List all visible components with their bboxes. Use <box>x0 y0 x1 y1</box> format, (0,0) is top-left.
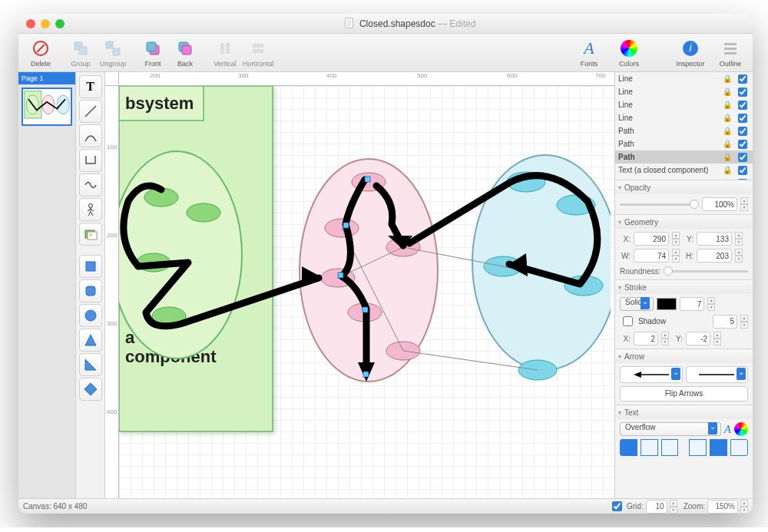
valign-top-button[interactable] <box>689 439 707 456</box>
shadow-x-stepper[interactable]: ▲▼ <box>661 332 669 345</box>
geom-x-field[interactable]: 290 <box>634 232 669 246</box>
lock-icon[interactable]: 🔒 <box>723 74 732 83</box>
send-back-button[interactable]: Back <box>170 38 200 68</box>
text-tool[interactable]: T <box>79 75 102 98</box>
grid-checkbox[interactable] <box>612 501 622 511</box>
shadow-amount-stepper[interactable]: ▲▼ <box>740 315 748 329</box>
layer-visible-checkbox[interactable] <box>738 88 747 97</box>
grid-field[interactable]: 10 <box>646 500 667 514</box>
page-thumbnail[interactable] <box>22 88 72 126</box>
layer-visible-checkbox[interactable] <box>738 127 747 136</box>
opacity-stepper[interactable]: ▲▼ <box>740 197 748 211</box>
stroke-color-swatch[interactable] <box>657 298 677 310</box>
lock-icon[interactable]: 🔒 <box>723 153 732 161</box>
section-geometry-header[interactable]: Geometry <box>615 215 753 229</box>
geom-y-stepper[interactable]: ▲▼ <box>735 232 743 246</box>
stroke-width-stepper[interactable]: ▲▼ <box>707 297 715 311</box>
valign-bottom-button[interactable] <box>730 439 748 456</box>
drawing-canvas[interactable]: bsystem a closed component <box>119 86 614 498</box>
lock-icon[interactable]: 🔒 <box>723 140 732 148</box>
lock-icon[interactable]: 🔒 <box>723 114 732 122</box>
arrow-end-select[interactable] <box>686 366 749 383</box>
layer-list[interactable]: Line🔒Line🔒Line🔒Line🔒Path🔒Path🔒Path🔒Text … <box>615 72 753 180</box>
line-tool[interactable] <box>79 100 102 123</box>
ungroup-button[interactable]: Ungroup <box>98 38 127 68</box>
section-arrow-header[interactable]: Arrow <box>615 349 753 363</box>
shadow-x-field[interactable]: 2 <box>634 332 658 345</box>
grid-stepper[interactable]: ▲▼ <box>670 500 677 514</box>
flip-horizontal-button[interactable]: Horizontal <box>243 38 274 68</box>
inspector-button[interactable]: i Inspector <box>676 38 705 68</box>
stickfigure-tool[interactable] <box>79 198 102 221</box>
page-header[interactable]: Page 1 <box>18 72 75 84</box>
bring-front-button[interactable]: Front <box>138 38 167 68</box>
geom-w-stepper[interactable]: ▲▼ <box>672 249 680 263</box>
stroke-style-select[interactable]: Solid <box>620 297 654 311</box>
arrow-start-select[interactable] <box>620 366 683 383</box>
zoom-stepper[interactable]: ▲▼ <box>740 500 748 514</box>
angle-tool[interactable] <box>79 149 102 172</box>
curve-tool[interactable] <box>79 124 102 147</box>
layer-visible-checkbox[interactable] <box>738 114 747 123</box>
section-opacity-header[interactable]: Opacity <box>615 180 753 194</box>
lock-icon[interactable]: 🔒 <box>723 127 732 135</box>
section-stroke-header[interactable]: Stroke <box>615 280 753 294</box>
layer-visible-checkbox[interactable] <box>738 140 747 149</box>
fonts-button[interactable]: A Fonts <box>574 38 604 68</box>
align-left-button[interactable] <box>620 439 637 456</box>
layer-row[interactable]: Path🔒 <box>615 124 753 137</box>
layer-visible-checkbox[interactable] <box>738 74 747 84</box>
geom-w-field[interactable]: 74 <box>634 249 669 263</box>
layer-row[interactable]: Line🔒 <box>615 98 753 111</box>
align-right-button[interactable] <box>661 439 679 456</box>
layer-visible-checkbox[interactable] <box>738 166 747 175</box>
roundness-slider[interactable] <box>664 266 748 276</box>
geom-h-stepper[interactable]: ▲▼ <box>735 249 743 263</box>
lock-icon[interactable]: 🔒 <box>723 88 732 96</box>
text-overflow-select[interactable]: Overflow <box>620 422 721 436</box>
section-text-header[interactable]: Text <box>615 405 753 419</box>
geom-h-field[interactable]: 203 <box>697 249 732 263</box>
shadow-y-field[interactable]: -2 <box>686 332 710 345</box>
valign-middle-button[interactable] <box>710 439 727 456</box>
flip-arrows-button[interactable]: Flip Arrows <box>620 386 748 401</box>
flip-vertical-button[interactable]: Vertical <box>210 38 240 68</box>
layer-row[interactable]: Line🔒 <box>615 85 753 98</box>
circle-shape[interactable] <box>79 304 102 327</box>
zoom-field[interactable]: 150% <box>707 500 738 514</box>
layer-visible-checkbox[interactable] <box>738 101 747 110</box>
opacity-value[interactable]: 100% <box>702 197 737 211</box>
layer-row[interactable]: Text (a closed component)🔒 <box>615 164 753 177</box>
geom-y-field[interactable]: 133 <box>697 232 732 246</box>
text-color-icon[interactable] <box>734 422 748 436</box>
square-shape[interactable] <box>79 255 102 278</box>
lock-icon[interactable]: 🔒 <box>723 166 732 174</box>
layer-row[interactable]: Line🔒 <box>615 72 753 85</box>
layer-row[interactable]: Path🔒 <box>615 137 753 150</box>
stroke-width-field[interactable]: 7 <box>680 297 704 311</box>
outline-button[interactable]: Outline <box>716 38 745 68</box>
minimize-window-button[interactable] <box>41 19 50 28</box>
shadow-y-stepper[interactable]: ▲▼ <box>713 332 721 345</box>
image-tool[interactable] <box>79 223 102 246</box>
close-window-button[interactable] <box>26 19 35 28</box>
layer-visible-checkbox[interactable] <box>738 153 747 162</box>
delete-button[interactable]: Delete <box>26 38 55 68</box>
rounded-square-shape[interactable] <box>79 279 102 302</box>
text-font-icon[interactable]: A <box>724 423 731 436</box>
layer-row[interactable]: Path🔒 <box>615 150 753 164</box>
opacity-slider[interactable] <box>620 199 699 210</box>
shadow-checkbox[interactable] <box>623 316 633 326</box>
colors-button[interactable]: Colors <box>614 38 644 68</box>
lock-icon[interactable]: 🔒 <box>723 101 732 109</box>
shadow-amount-field[interactable]: 5 <box>713 315 737 329</box>
freeform-tool[interactable] <box>79 173 102 197</box>
align-center-button[interactable] <box>641 439 658 456</box>
triangle-shape[interactable] <box>79 329 102 352</box>
group-button[interactable]: Group <box>66 38 95 68</box>
zoom-window-button[interactable] <box>55 19 65 28</box>
layer-row[interactable]: Line🔒 <box>615 111 753 124</box>
diamond-shape[interactable] <box>79 378 102 401</box>
right-triangle-shape[interactable] <box>79 353 102 376</box>
geom-x-stepper[interactable]: ▲▼ <box>672 232 680 246</box>
